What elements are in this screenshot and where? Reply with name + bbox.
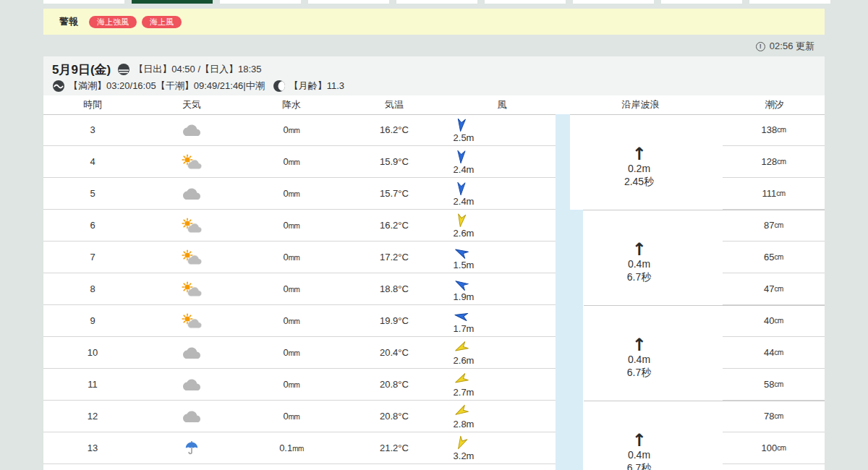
- tide-cell: 65cm: [723, 242, 825, 273]
- wave-direction-arrow-icon: ↑: [627, 432, 651, 448]
- wave-info: ↑0.4m6.7秒: [556, 210, 723, 305]
- precip-cell: 0mm: [242, 283, 341, 294]
- tide-cell: 128cm: [723, 146, 825, 178]
- wind-speed: 3.2m: [454, 450, 475, 461]
- col-header-weather: 天気: [142, 98, 242, 111]
- date-header: 5月9日(金) 【日出】04:50 /【日入】18:35 【満潮】03:20/1…: [43, 56, 825, 95]
- tab[interactable]: [220, 0, 301, 4]
- temp-cell: 21.2°C: [341, 443, 447, 453]
- wind-direction-icon: [451, 371, 470, 388]
- wind-cell: 2.4m: [447, 180, 557, 207]
- sun-cloud-icon: [142, 154, 242, 170]
- moon-age-text: 【月齢】11.3: [289, 80, 344, 93]
- wave-height: 0.2m: [624, 162, 654, 175]
- tide-cell: 100cm: [723, 432, 825, 464]
- wave-period: 6.7秒: [627, 366, 651, 379]
- precip-cell: 0mm: [242, 252, 341, 262]
- time-cell: 9: [43, 315, 142, 326]
- precip-cell: 0.1mm: [242, 443, 341, 453]
- wave-info: ↑0.4m6.7秒: [556, 305, 723, 401]
- precip-cell: 0mm: [242, 315, 341, 326]
- time-cell: 11: [43, 379, 142, 390]
- umbrella-icon: [142, 440, 242, 456]
- wind-speed: 1.7m: [454, 323, 475, 334]
- sun-cloud-icon: [142, 281, 242, 297]
- warning-badge[interactable]: 海上強風: [89, 16, 137, 28]
- forecast-row: 4 0mm15.9°C 2.4m: [43, 146, 557, 178]
- sun-cloud-icon: [142, 313, 242, 329]
- wave-height: 0.4m: [627, 257, 651, 270]
- tab[interactable]: [485, 0, 566, 4]
- tab[interactable]: [661, 0, 742, 4]
- wind-cell: 1.7m: [447, 307, 557, 334]
- tab[interactable]: [43, 0, 124, 4]
- tab[interactable]: [396, 0, 477, 4]
- wave-period: 2.45秒: [624, 175, 654, 188]
- temp-cell: 17.2°C: [341, 252, 447, 262]
- cloudy-icon: [142, 378, 242, 390]
- sunset-icon: [117, 63, 130, 76]
- forecast-row: 3 0mm16.2°C 2.5m: [43, 114, 557, 146]
- wind-speed: 2.7m: [454, 387, 475, 398]
- forecast-row: 9 0mm19.9°C 1.7m: [43, 305, 557, 337]
- temp-cell: 15.9°C: [341, 156, 447, 167]
- temp-cell: 20.8°C: [341, 379, 447, 390]
- precip-cell: 0mm: [242, 220, 341, 231]
- wave-height: 0.4m: [627, 353, 651, 366]
- waves-tide-area: ↑0.2m2.45秒↑0.4m6.7秒↑0.4m6.7秒↑0.4m6.7秒138…: [556, 114, 825, 470]
- wind-speed: 2.4m: [454, 196, 475, 207]
- wind-speed: 2.8m: [454, 419, 475, 430]
- wave-info: ↑0.2m2.45秒: [556, 114, 723, 210]
- col-header-temp: 気温: [341, 98, 447, 111]
- tide-cell: 87cm: [723, 210, 825, 242]
- warning-badges: 海上強風海上風: [89, 16, 182, 28]
- precip-cell: 0mm: [242, 156, 341, 167]
- col-header-wind: 風: [447, 98, 557, 111]
- moon-icon: [273, 80, 286, 93]
- wind-cell: 2.7m: [447, 371, 557, 398]
- warning-label: 警報: [59, 15, 78, 28]
- temp-cell: 16.2°C: [341, 220, 447, 231]
- cloudy-icon: [142, 187, 242, 200]
- wind-direction-icon: [451, 275, 470, 294]
- alert-circle-icon: !: [756, 42, 765, 51]
- wind-cell: 2.6m: [447, 212, 557, 239]
- warning-badge[interactable]: 海上風: [142, 16, 182, 28]
- tide-cell: 78cm: [723, 401, 825, 432]
- col-header-tide: 潮汐: [724, 98, 825, 111]
- tide-cell: 58cm: [723, 369, 825, 401]
- precip-cell: 0mm: [242, 347, 341, 358]
- wind-speed: 2.5m: [454, 132, 475, 143]
- wind-cell: 1.5m: [447, 244, 557, 270]
- sunrise-sunset-text: 【日出】04:50 /【日入】18:35: [134, 63, 261, 76]
- top-tabs: [43, 0, 830, 4]
- wave-info: ↑0.4m6.7秒: [556, 401, 723, 470]
- tide-times-text: 【満潮】03:20/16:05【干潮】09:49/21:46|中潮: [69, 80, 265, 93]
- temp-cell: 18.8°C: [341, 283, 447, 294]
- forecast-rows: 3 0mm16.2°C 2.5m4 0mm15.9°C 2.4m5 0mm15.…: [43, 114, 557, 464]
- tab[interactable]: [308, 0, 389, 4]
- update-status: ! 02:56 更新: [756, 40, 814, 53]
- tide-cell: 40cm: [723, 305, 825, 337]
- wave-direction-arrow-icon: ↑: [627, 242, 651, 257]
- cloudy-icon: [142, 124, 242, 136]
- wind-speed: 2.4m: [454, 164, 475, 175]
- wind-cell: 2.5m: [447, 116, 557, 143]
- precip-cell: 0mm: [242, 411, 341, 422]
- table-header-row: 時間 天気 降水 気温 風 沿岸波浪 潮汐: [43, 95, 825, 115]
- wind-cell: 2.4m: [447, 148, 557, 175]
- forecast-row: 7 0mm17.2°C 1.5m: [43, 242, 557, 273]
- tab[interactable]: [573, 0, 654, 4]
- time-cell: 3: [43, 124, 142, 135]
- time-cell: 12: [43, 411, 142, 422]
- wind-direction-icon: [451, 244, 470, 261]
- wind-speed: 2.6m: [454, 228, 475, 239]
- cloudy-icon: [142, 410, 242, 422]
- tab-active[interactable]: [132, 0, 213, 4]
- wind-speed: 1.9m: [454, 291, 475, 302]
- temp-cell: 20.4°C: [341, 347, 447, 358]
- forecast-row: 10 0mm20.4°C 2.6m: [43, 337, 557, 369]
- sun-cloud-icon: [142, 249, 242, 265]
- wind-direction-icon: [454, 150, 467, 165]
- tab[interactable]: [749, 0, 830, 4]
